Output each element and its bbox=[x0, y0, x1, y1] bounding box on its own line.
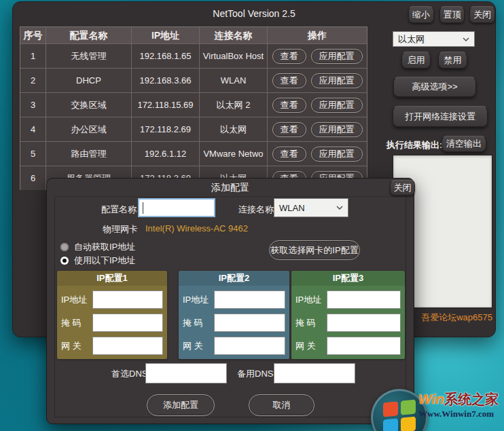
ip-config-panel-3: IP配置3 IP地址 掩 码 网 关 bbox=[291, 271, 405, 359]
desktop: NetTool Version 2.5 缩小 置顶 关闭 序号 配置名称 IP地… bbox=[0, 0, 504, 431]
gateway-input-2[interactable] bbox=[214, 337, 285, 355]
conn-name-label: 连接名称 bbox=[238, 204, 274, 216]
row-num: 6 bbox=[20, 166, 46, 190]
minimize-button[interactable]: 缩小 bbox=[408, 6, 434, 23]
apply-config-button[interactable]: 应用配置 bbox=[311, 73, 363, 88]
add-config-dialog: 添加配置 关闭 配置名称 连接名称 WLAN 物理网卡 Intel(R) Wir… bbox=[46, 178, 414, 424]
table-row[interactable]: 3 交换区域 172.118.15.69 以太网 2 查看应用配置 bbox=[20, 92, 367, 117]
radio-manual-ip[interactable]: 使用以下IP地址 bbox=[60, 255, 135, 267]
view-button[interactable]: 查看 bbox=[272, 147, 306, 162]
table-row[interactable]: 1 无线管理 192.168.1.65 VirtualBox Host 查看应用… bbox=[20, 43, 367, 68]
config-name-label: 配置名称 bbox=[101, 204, 137, 216]
row-num: 5 bbox=[20, 142, 46, 166]
ip-label: IP地址 bbox=[295, 294, 327, 306]
mask-input-3[interactable] bbox=[327, 314, 401, 332]
dialog-close-button[interactable]: 关闭 bbox=[390, 180, 415, 195]
config-name-input[interactable] bbox=[138, 198, 215, 217]
dns-secondary-label: 备用DNS bbox=[237, 368, 273, 380]
gateway-label: 网 关 bbox=[61, 340, 92, 352]
table-row[interactable]: 5 路由管理 192.6.1.12 VMware Netwo 查看应用配置 bbox=[20, 141, 367, 166]
nic-value: Intel(R) Wireless-AC 9462 bbox=[145, 223, 248, 233]
brand-site: Www.Winwin7.com bbox=[418, 409, 504, 419]
mask-label: 掩 码 bbox=[61, 317, 92, 329]
apply-config-button[interactable]: 应用配置 bbox=[311, 122, 363, 137]
ip-address-input-3[interactable] bbox=[327, 291, 401, 309]
dns-primary-input[interactable] bbox=[145, 363, 227, 383]
gateway-label: 网 关 bbox=[295, 340, 327, 352]
apply-config-button[interactable]: 应用配置 bbox=[311, 49, 363, 64]
ip-config-panel-1: IP配置1 IP地址 掩 码 网 关 bbox=[57, 271, 167, 359]
radio-auto-ip-label: 自动获取IP地址 bbox=[74, 241, 135, 253]
view-button[interactable]: 查看 bbox=[272, 73, 306, 88]
conn-name-select[interactable]: WLAN bbox=[274, 198, 348, 217]
adapter-selected-value: 以太网 bbox=[398, 33, 425, 45]
mask-input-2[interactable] bbox=[214, 314, 285, 332]
ip-address-input-1[interactable] bbox=[92, 291, 163, 309]
advanced-options-button[interactable]: 高级选项>> bbox=[393, 77, 476, 97]
gateway-input-3[interactable] bbox=[327, 337, 401, 355]
row-ip: 172.118.2.69 bbox=[132, 117, 200, 141]
config-table: 序号 配置名称 IP地址 连接名称 操作 1 无线管理 192.168.1.65… bbox=[20, 26, 367, 190]
radio-button-icon bbox=[60, 243, 69, 251]
open-network-settings-button[interactable]: 打开网络连接设置 bbox=[393, 106, 488, 127]
col-header-ip: IP地址 bbox=[132, 27, 200, 43]
winwin7-watermark: Win系统之家 Www.Winwin7.com bbox=[370, 388, 504, 431]
row-ip: 192.168.1.65 bbox=[132, 44, 200, 68]
row-ip: 192.168.3.66 bbox=[132, 69, 200, 92]
row-config-name: 办公区域 bbox=[46, 117, 132, 141]
col-header-num: 序号 bbox=[20, 27, 46, 43]
row-conn: 以太网 2 bbox=[200, 93, 268, 117]
enable-button[interactable]: 启用 bbox=[401, 52, 431, 69]
row-config-name: 无线管理 bbox=[46, 44, 132, 68]
view-button[interactable]: 查看 bbox=[272, 122, 306, 137]
chevron-down-icon bbox=[336, 206, 343, 210]
chevron-down-icon bbox=[463, 37, 469, 41]
row-conn: VMware Netwo bbox=[200, 142, 268, 166]
row-num: 4 bbox=[20, 117, 46, 141]
ip-address-input-2[interactable] bbox=[214, 291, 285, 309]
row-ip: 192.6.1.12 bbox=[132, 142, 200, 166]
brand-en: Win bbox=[418, 391, 444, 407]
row-num: 3 bbox=[20, 93, 46, 117]
radio-manual-ip-label: 使用以下IP地址 bbox=[74, 255, 135, 267]
row-config-name: 路由管理 bbox=[46, 142, 132, 166]
row-conn: VirtualBox Host bbox=[200, 44, 268, 68]
col-header-ops: 操作 bbox=[268, 27, 367, 43]
dns-primary-label: 首选DNS bbox=[111, 368, 147, 380]
table-row[interactable]: 2 DHCP 192.168.3.66 WLAN 查看应用配置 bbox=[20, 68, 367, 92]
ip-config-panel-2: IP配置2 IP地址 掩 码 网 关 bbox=[179, 271, 289, 359]
view-button[interactable]: 查看 bbox=[272, 98, 306, 113]
radio-auto-ip[interactable]: 自动获取IP地址 bbox=[60, 241, 135, 253]
row-ip: 172.118.15.69 bbox=[132, 93, 200, 117]
cancel-button[interactable]: 取消 bbox=[249, 394, 314, 416]
dns-secondary-input[interactable] bbox=[274, 363, 355, 383]
row-config-name: 交换区域 bbox=[46, 93, 132, 117]
gateway-label: 网 关 bbox=[183, 340, 214, 352]
get-nic-ip-config-button[interactable]: 获取选择网卡的IP配置 bbox=[269, 240, 360, 260]
apply-config-button[interactable]: 应用配置 bbox=[311, 98, 363, 113]
clear-output-button[interactable]: 清空输出 bbox=[442, 136, 486, 152]
row-conn: WLAN bbox=[200, 69, 268, 92]
text-caret bbox=[143, 202, 143, 214]
gateway-input-1[interactable] bbox=[92, 337, 163, 355]
output-label: 执行结果输出: bbox=[386, 139, 442, 151]
radio-button-icon bbox=[60, 257, 69, 265]
dialog-title: 添加配置 bbox=[47, 182, 414, 194]
col-header-name: 配置名称 bbox=[46, 27, 132, 43]
mask-label: 掩 码 bbox=[183, 317, 214, 329]
adapter-select[interactable]: 以太网 bbox=[393, 31, 475, 47]
view-button[interactable]: 查看 bbox=[272, 49, 306, 64]
close-button[interactable]: 关闭 bbox=[469, 6, 495, 23]
ip-label: IP地址 bbox=[183, 294, 214, 306]
watermark-text: Win系统之家 Www.Winwin7.com bbox=[418, 392, 504, 419]
row-config-name: DHCP bbox=[46, 69, 132, 92]
pin-top-button[interactable]: 置顶 bbox=[439, 6, 465, 23]
row-num: 1 bbox=[20, 44, 46, 68]
ip-label: IP地址 bbox=[61, 294, 92, 306]
nic-label: 物理网卡 bbox=[103, 223, 138, 236]
table-row[interactable]: 4 办公区域 172.118.2.69 以太网 查看应用配置 bbox=[20, 117, 367, 141]
add-config-submit-button[interactable]: 添加配置 bbox=[147, 394, 215, 416]
disable-button[interactable]: 禁用 bbox=[438, 52, 467, 69]
mask-input-1[interactable] bbox=[92, 314, 163, 332]
apply-config-button[interactable]: 应用配置 bbox=[311, 147, 363, 162]
